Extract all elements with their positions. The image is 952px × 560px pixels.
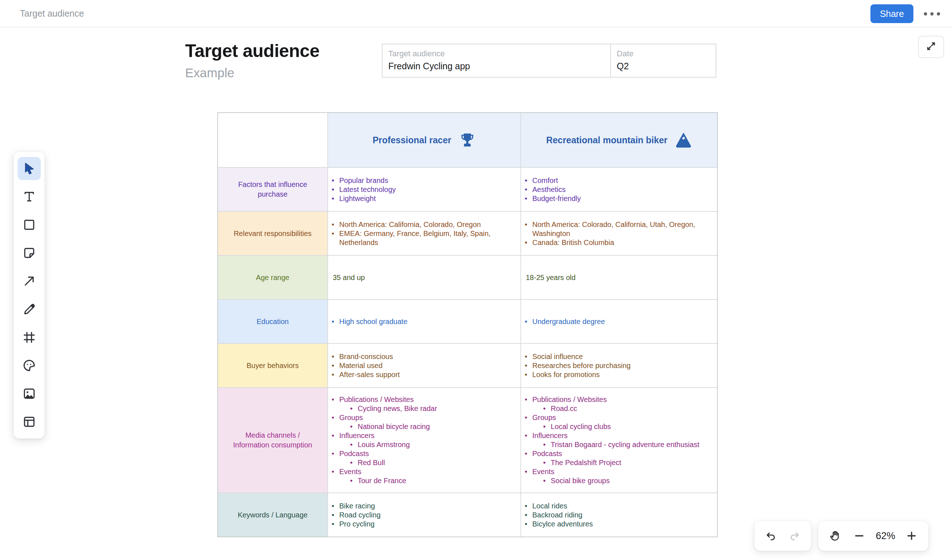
bullet-item: PodcastsRed Bull [328,449,437,467]
zoom-level[interactable]: 62% [876,531,895,541]
bullet-item: Comfort [521,176,581,185]
bullet-item: EventsSocial bike groups [521,467,699,485]
cell-bullet-list: Popular brandsLatest technologyLightweig… [328,176,396,203]
square-icon [22,218,36,232]
field-value[interactable]: Fredwin Cycling app [388,61,610,71]
cell-bullet-list: Local ridesBackroad ridingBicylce advent… [521,501,593,529]
tool-select[interactable] [18,157,41,180]
bullet-item: Canada: British Columbia [521,238,709,247]
canvas-heading: Target audience Example [185,40,319,80]
row-label[interactable]: Media channels / Information consumption [218,387,327,492]
table-cell[interactable]: North America: Colorado, California, Uta… [520,211,717,255]
form-field-date[interactable]: DateQ2 [610,45,716,77]
table-cell[interactable]: Local ridesBackroad ridingBicylce advent… [520,492,717,537]
tool-sticker[interactable] [18,354,41,377]
cell-bullet-list: ComfortAestheticsBudget-friendly [521,176,581,203]
row-label[interactable]: Buyer behaviors [218,343,327,387]
cell-bullet-list: High school graduate [328,317,407,326]
row-label[interactable]: Factors that influence purchase [218,167,327,211]
zoom-in-button[interactable] [904,528,920,544]
bullet-item: InfluencersTristan Bogaard - cycling adv… [521,431,699,449]
table-cell[interactable]: 18-25 years old [520,255,717,299]
undo-button[interactable] [763,528,779,544]
sub-bullet-item: Louis Armstrong [346,440,437,449]
zoom-controls: 62% [818,521,929,551]
cell-bullet-list: North America: Colorado, California, Uta… [521,220,709,247]
bullet-item: PodcastsThe Pedalshift Project [521,449,699,467]
bullet-item: Local rides [521,501,593,511]
sub-bullet-item: Red Bull [346,458,437,467]
table-cell[interactable]: High school graduate [327,299,520,343]
text-icon [22,190,36,204]
column-header-recreational-mountain-biker[interactable]: Recreational mountain biker [520,113,717,167]
expand-button[interactable] [918,36,944,58]
column-header-label: Professional racer [372,135,451,145]
table-cell[interactable]: North America: California, Colorado, Ore… [327,211,520,255]
bullet-item: Undergraduate degree [521,317,605,326]
history-controls [754,521,811,551]
field-label: Target audience [388,49,610,59]
tools-panel [13,151,45,439]
bullet-item: Looks for promotions [521,370,631,379]
bullet-item: Latest technology [328,185,396,194]
bullet-item: Backroad riding [521,511,593,520]
cell-text: 18-25 years old [521,273,576,282]
row-label[interactable]: Age range [218,255,327,299]
sub-bullet-item: Tour de France [346,476,437,485]
cell-text: 35 and up [328,273,365,282]
table-cell[interactable]: Bike racingRoad cyclingPro cycling [327,492,520,537]
tool-shape[interactable] [18,213,41,236]
bullet-item: Researches before purchasing [521,361,631,370]
cell-bullet-list: Publications / WebsitesCycling news, Bik… [328,395,437,485]
table-cell[interactable]: Undergraduate degree [520,299,717,343]
table-cell[interactable]: 35 and up [327,255,520,299]
cell-bullet-list: Undergraduate degree [521,317,605,326]
table-corner-cell [218,113,327,167]
tool-image[interactable] [18,382,41,405]
tool-arrow[interactable] [18,270,41,293]
bullet-item: Publications / WebsitesCycling news, Bik… [328,395,437,413]
row-label[interactable]: Relevant responsibilities [218,211,327,255]
share-button[interactable]: Share [870,4,913,23]
row-label[interactable]: Education [218,299,327,343]
tool-text[interactable] [18,185,41,208]
redo-button[interactable] [787,528,803,544]
bullet-item: Lightweight [328,194,396,203]
row-label[interactable]: Keywords / Language [218,492,327,537]
more-options-icon[interactable] [921,8,943,20]
form-field-target-audience[interactable]: Target audienceFredwin Cycling app [383,45,610,77]
table-cell[interactable]: Publications / WebsitesRoad.ccGroupsLoca… [520,387,717,492]
bullet-item: Popular brands [328,176,396,185]
table-cell[interactable]: ComfortAestheticsBudget-friendly [520,167,717,211]
sub-bullet-item: Cycling news, Bike radar [346,404,437,413]
properties-form[interactable]: Target audienceFredwin Cycling appDateQ2 [382,44,716,77]
image-icon [22,386,36,401]
bullet-item: Budget-friendly [521,194,581,203]
tool-template[interactable] [18,410,41,433]
pen-icon [22,302,36,316]
column-header-label: Recreational mountain biker [546,135,667,145]
table-cell[interactable]: Brand-consciousMaterial usedAfter-sales … [327,343,520,387]
page-title[interactable]: Target audience [185,40,319,61]
tool-frame[interactable] [18,326,41,349]
zoom-out-button[interactable] [851,528,867,544]
bullet-item: GroupsLocal cycling clubs [521,413,699,431]
bullet-item: Aesthetics [521,185,581,194]
bullet-item: After-sales support [328,370,400,379]
table-cell[interactable]: Popular brandsLatest technologyLightweig… [327,167,520,211]
bullet-item: Pro cycling [328,520,381,529]
bullet-item: Brand-conscious [328,352,400,361]
bullet-item: InfluencersLouis Armstrong [328,431,437,449]
tool-pen[interactable] [18,298,41,321]
audience-table[interactable]: Professional racerRecreational mountain … [217,112,718,537]
cursor-icon [22,161,36,176]
pan-hand-button[interactable] [827,528,843,544]
column-header-professional-racer[interactable]: Professional racer [327,113,520,167]
field-value[interactable]: Q2 [617,61,716,71]
table-cell[interactable]: Publications / WebsitesCycling news, Bik… [327,387,520,492]
page-subtitle[interactable]: Example [185,66,319,80]
bullet-item: EMEA: Germany, France, Belgium, Italy, S… [328,229,512,247]
expand-icon [925,40,937,54]
tool-sticky-note[interactable] [18,241,41,264]
table-cell[interactable]: Social influenceResearches before purcha… [520,343,717,387]
